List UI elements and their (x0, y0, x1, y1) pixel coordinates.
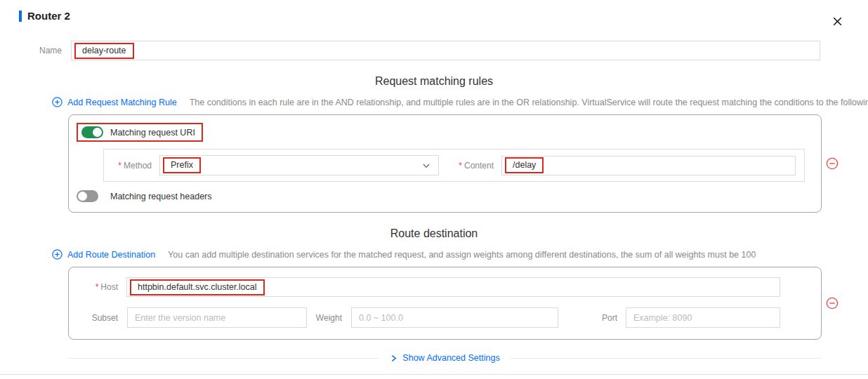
method-select[interactable]: Prefix (159, 155, 439, 175)
chevron-right-icon (390, 354, 397, 362)
divider-right (511, 358, 822, 359)
header: Router 2 (0, 0, 868, 22)
required-marker: * (459, 161, 462, 171)
method-value-highlight: Prefix (163, 157, 201, 173)
add-destination-label: Add Route Destination (67, 250, 155, 260)
host-label: *Host (69, 282, 118, 292)
divider-left (68, 358, 379, 359)
destination-panel-row: *Host httpbin.default.svc.cluster.local … (0, 267, 868, 340)
advanced-settings-label: Show Advanced Settings (402, 353, 499, 363)
required-marker: * (118, 161, 121, 171)
circle-minus-icon (825, 296, 839, 310)
headers-toggle-row: Matching request headers (69, 182, 821, 212)
uri-toggle-label: Matching request URI (110, 128, 195, 138)
matching-rules-heading: Request matching rules (0, 75, 868, 88)
accent-bar (19, 11, 22, 22)
method-label: *Method (104, 161, 152, 171)
required-marker: * (96, 282, 99, 292)
weight-input[interactable] (351, 307, 558, 328)
chevron-down-icon (421, 161, 431, 171)
subset-label: Subset (69, 313, 118, 323)
page-title: Router 2 (27, 10, 70, 22)
remove-matching-rule-button[interactable] (824, 156, 840, 171)
circle-minus-icon (825, 157, 839, 171)
add-request-matching-rule-link[interactable]: Add Request Matching Rule (52, 97, 177, 107)
close-icon (832, 16, 843, 27)
destination-description: You can add multiple destination service… (168, 250, 756, 260)
host-value-highlight: httpbin.default.svc.cluster.local (130, 279, 265, 295)
route-destination-heading: Route destination (0, 227, 868, 240)
close-button[interactable] (830, 14, 844, 28)
advanced-settings-row: Show Advanced Settings (68, 353, 822, 363)
name-label: Name (28, 46, 62, 55)
name-input[interactable]: delay-route (71, 41, 820, 60)
content-label: *Content (439, 161, 494, 171)
matching-rule-panel-row: Matching request URI *Method Prefix *Con… (0, 114, 868, 213)
toggle-knob (78, 192, 87, 201)
subset-weight-port-row: Subset Weight Port (69, 297, 821, 339)
circle-plus-icon (52, 97, 63, 107)
add-matching-rule-row: Add Request Matching Rule The conditions… (0, 97, 868, 107)
content-input[interactable]: /delay (501, 156, 796, 175)
matching-request-uri-toggle[interactable] (81, 126, 103, 138)
uri-toggle-row: Matching request URI (69, 115, 821, 142)
router-form-panel: Router 2 Name delay-route Request matchi… (0, 0, 868, 379)
matching-rules-description: The conditions in each rule are in the A… (190, 98, 868, 107)
circle-plus-icon (52, 249, 63, 260)
matching-request-headers-toggle[interactable] (77, 190, 98, 202)
name-value-highlight: delay-route (74, 43, 134, 59)
add-route-destination-link[interactable]: Add Route Destination (52, 249, 155, 260)
content-value-highlight: /delay (505, 157, 544, 173)
subset-input[interactable] (127, 307, 307, 328)
remove-destination-button[interactable] (824, 295, 840, 311)
port-label: Port (585, 313, 617, 323)
matching-rule-panel: Matching request URI *Method Prefix *Con… (68, 114, 822, 213)
add-destination-row: Add Route Destination You can add multip… (0, 249, 868, 260)
uri-toggle-highlight: Matching request URI (77, 123, 203, 142)
name-field-row: Name delay-route (28, 41, 820, 60)
uri-match-condition-box: *Method Prefix *Content /delay (103, 149, 805, 182)
host-input[interactable]: httpbin.default.svc.cluster.local (126, 277, 780, 297)
weight-label: Weight (308, 313, 342, 323)
toggle-knob (93, 128, 102, 137)
bottom-divider (0, 374, 868, 375)
headers-toggle-label: Matching request headers (110, 192, 212, 201)
port-input[interactable] (626, 307, 780, 328)
add-matching-rule-label: Add Request Matching Rule (67, 98, 177, 107)
destination-panel: *Host httpbin.default.svc.cluster.local … (68, 267, 822, 340)
host-row: *Host httpbin.default.svc.cluster.local (69, 267, 821, 297)
show-advanced-settings-link[interactable]: Show Advanced Settings (379, 353, 510, 363)
